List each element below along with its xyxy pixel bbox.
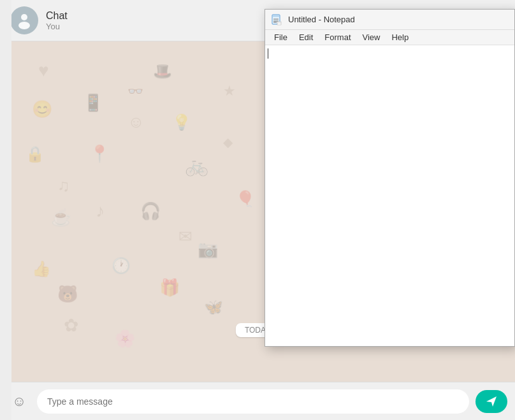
menu-format[interactable]: Format xyxy=(319,31,356,43)
chat-subtitle: You xyxy=(46,22,68,31)
avatar xyxy=(10,6,38,34)
menu-edit[interactable]: Edit xyxy=(294,31,318,43)
notepad-icon xyxy=(270,13,283,26)
menu-help[interactable]: Help xyxy=(386,31,414,43)
svg-point-27 xyxy=(18,22,30,29)
notepad-titlebar: Untitled - Notepad xyxy=(265,10,514,30)
menu-view[interactable]: View xyxy=(358,31,386,43)
notepad-title: Untitled - Notepad xyxy=(288,15,509,24)
svg-rect-29 xyxy=(273,15,279,17)
notepad-menubar: File Edit Format View Help xyxy=(265,30,514,45)
chat-name: Chat xyxy=(46,10,68,22)
sidebar-strip xyxy=(0,0,11,420)
notepad-window: Untitled - Notepad File Edit Format View… xyxy=(265,9,515,347)
notepad-content[interactable] xyxy=(265,45,514,346)
menu-file[interactable]: File xyxy=(269,31,293,43)
message-input[interactable] xyxy=(37,389,469,414)
message-bar: ☺ xyxy=(0,382,515,420)
send-button[interactable] xyxy=(475,390,507,413)
svg-rect-33 xyxy=(277,22,281,25)
svg-point-26 xyxy=(21,14,27,20)
chat-info: Chat You xyxy=(46,10,68,31)
text-cursor xyxy=(268,48,268,59)
